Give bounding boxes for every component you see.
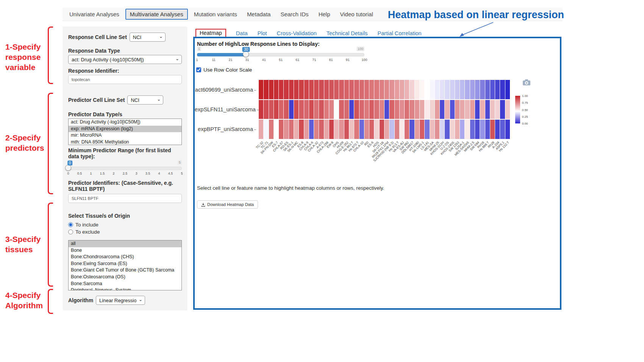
heatmap-cell-r2c28[interactable]	[400, 120, 404, 139]
heatmap-cell-r1c20[interactable]	[360, 100, 364, 119]
heatmap-cell-r1c19[interactable]	[354, 100, 359, 119]
heatmap-cell-r0c37[interactable]	[445, 80, 449, 99]
nav-tab-metadata[interactable]: Metadata	[243, 9, 275, 19]
heatmap-cell-r2c15[interactable]	[334, 120, 339, 139]
heatmap-cell-r0c40[interactable]	[460, 80, 464, 99]
tissue-option-bone[interactable]: Bone	[69, 247, 181, 254]
heatmap-cell-r1c36[interactable]	[440, 100, 444, 119]
heatmap-cell-r0c16[interactable]	[339, 80, 344, 99]
heatmap-cell-r2c2[interactable]	[269, 120, 274, 139]
row-color-scale-checkbox[interactable]	[196, 67, 201, 72]
heatmap-cell-r1c43[interactable]	[475, 100, 480, 119]
heatmap-cell-r0c34[interactable]	[430, 80, 435, 99]
heatmap-cell-r2c25[interactable]	[385, 120, 389, 139]
heatmap-cell-r0c19[interactable]	[354, 80, 359, 99]
heatmap-cell-r0c30[interactable]	[410, 80, 414, 99]
heatmap-cell-r0c17[interactable]	[344, 80, 349, 99]
tissue-option-bone-giant-cell-tumor-of-bone-gctb-sarcoma[interactable]: Bone:Giant Cell Tumor of Bone (GCTB) Sar…	[69, 267, 181, 274]
heatmap-cell-r1c1[interactable]	[264, 100, 268, 119]
heatmap-cell-r0c10[interactable]	[309, 80, 314, 99]
heatmap-cell-r0c14[interactable]	[329, 80, 334, 99]
heatmap-cell-r0c4[interactable]	[279, 80, 283, 99]
heatmap-cell-r2c13[interactable]	[324, 120, 329, 139]
heatmap-cell-r0c45[interactable]	[485, 80, 490, 99]
heatmap-cell-r1c34[interactable]	[430, 100, 435, 119]
tab-technical-details[interactable]: Technical Details	[327, 30, 368, 36]
predictor-option-exp-mrna-expression-log2[interactable]: exp: mRNA Expression (log2)	[69, 126, 181, 133]
heatmap-cell-r1c6[interactable]	[289, 100, 294, 119]
heatmap-cell-r2c42[interactable]	[470, 120, 475, 139]
predictor-option-mth-dna-850k-methylation[interactable]: mth: DNA 850K Methylation	[69, 139, 181, 145]
tissue-option-bone-osteosarcoma-os[interactable]: Bone:Osteosarcoma (OS)	[69, 274, 181, 281]
heatmap-cell-r2c4[interactable]	[279, 120, 283, 139]
heatmap-cell-r0c32[interactable]	[420, 80, 424, 99]
heatmap-cell-r1c31[interactable]	[415, 100, 419, 119]
heatmap-cell-r0c41[interactable]	[465, 80, 469, 99]
algorithm-select[interactable]: Linear Regression	[96, 296, 145, 305]
heatmap-cell-r0c39[interactable]	[455, 80, 460, 99]
heatmap-cell-r2c36[interactable]	[440, 120, 444, 139]
heatmap-cell-r2c18[interactable]	[349, 120, 354, 139]
heatmap-cell-r2c49[interactable]	[505, 120, 510, 139]
heatmap-cell-r2c38[interactable]	[450, 120, 455, 139]
heatmap-cell-r0c25[interactable]	[385, 80, 389, 99]
heatmap-cell-r1c11[interactable]	[314, 100, 319, 119]
heatmap-cell-r0c35[interactable]	[435, 80, 439, 99]
heatmap-cell-r2c24[interactable]	[380, 120, 384, 139]
heatmap-cell-r2c21[interactable]	[364, 120, 369, 139]
heatmap-cell-r1c33[interactable]	[425, 100, 429, 119]
heatmap-cell-r1c23[interactable]	[374, 100, 379, 119]
heatmap-cell-r2c23[interactable]	[374, 120, 379, 139]
nav-tab-video-tutorial[interactable]: Video tutorial	[336, 9, 377, 19]
heatmap-cell-r2c22[interactable]	[369, 120, 374, 139]
heatmap-cell-r1c2[interactable]	[269, 100, 274, 119]
heatmap-cell-r1c48[interactable]	[500, 100, 505, 119]
heatmap-cell-r2c9[interactable]	[304, 120, 309, 139]
heatmap-cell-r1c30[interactable]	[410, 100, 414, 119]
nav-tab-univariate-analyses[interactable]: Univariate Analyses	[66, 9, 123, 19]
heatmap-cell-r0c23[interactable]	[374, 80, 379, 99]
heatmap-cell-r0c21[interactable]	[364, 80, 369, 99]
heatmap-cell-r1c5[interactable]	[284, 100, 288, 119]
nav-tab-multivariate-analyses[interactable]: Multivariate Analyses	[125, 9, 188, 20]
heatmap-cell-r1c26[interactable]	[389, 100, 394, 119]
heatmap-cell-r0c46[interactable]	[490, 80, 495, 99]
heatmap-cell-r0c38[interactable]	[450, 80, 455, 99]
heatmap-cell-r0c0[interactable]	[259, 80, 263, 99]
heatmap-cell-r2c43[interactable]	[475, 120, 480, 139]
heatmap-cell-r0c36[interactable]	[440, 80, 444, 99]
heatmap-cell-r1c40[interactable]	[460, 100, 464, 119]
nav-tab-search-ids[interactable]: Search IDs	[277, 9, 312, 19]
nav-tab-mutation-variants[interactable]: Mutation variants	[190, 9, 241, 19]
heatmap-cell-r2c48[interactable]	[500, 120, 505, 139]
heatmap-cell-r1c13[interactable]	[324, 100, 329, 119]
heatmap-cell-r1c9[interactable]	[304, 100, 309, 119]
heatmap-cell-r2c12[interactable]	[319, 120, 324, 139]
predictor-option-act-drug-activity-log10-ic50m[interactable]: act: Drug Activity (-log10[IC50M])	[69, 119, 181, 126]
lines-slider[interactable]: 1 100 30 1112131415161718191100	[197, 47, 364, 63]
heatmap-cell-r2c8[interactable]	[299, 120, 303, 139]
heatmap-cell-r2c32[interactable]	[420, 120, 424, 139]
heatmap-cell-r1c29[interactable]	[405, 100, 409, 119]
heatmap-cell-r2c7[interactable]	[294, 120, 299, 139]
slider-track[interactable]	[68, 167, 182, 170]
heatmap-cell-r1c15[interactable]	[334, 100, 339, 119]
tab-cross-validation[interactable]: Cross-Validation	[277, 30, 316, 36]
heatmap-cell-r2c47[interactable]	[495, 120, 500, 139]
heatmap-cell-r2c41[interactable]	[465, 120, 469, 139]
heatmap-cell-r0c27[interactable]	[395, 80, 399, 99]
heatmap-cell-r1c8[interactable]	[299, 100, 303, 119]
heatmap-cell-r2c11[interactable]	[314, 120, 319, 139]
heatmap-cell-r2c26[interactable]	[389, 120, 394, 139]
heatmap-cell-r1c7[interactable]	[294, 100, 299, 119]
heatmap-cell-r1c44[interactable]	[480, 100, 485, 119]
heatmap-cell-r2c14[interactable]	[329, 120, 334, 139]
heatmap-cell-r1c3[interactable]	[274, 100, 278, 119]
download-heatmap-data-button[interactable]: Download Heatmap Data	[197, 200, 258, 209]
heatmap-cell-r2c44[interactable]	[480, 120, 485, 139]
heatmap-cell-r2c40[interactable]	[460, 120, 464, 139]
response-cell-line-set-select[interactable]: NCI	[130, 33, 166, 42]
heatmap-cell-r2c27[interactable]	[395, 120, 399, 139]
heatmap-cell-r0c48[interactable]	[500, 80, 505, 99]
heatmap-cell-r2c33[interactable]	[425, 120, 429, 139]
